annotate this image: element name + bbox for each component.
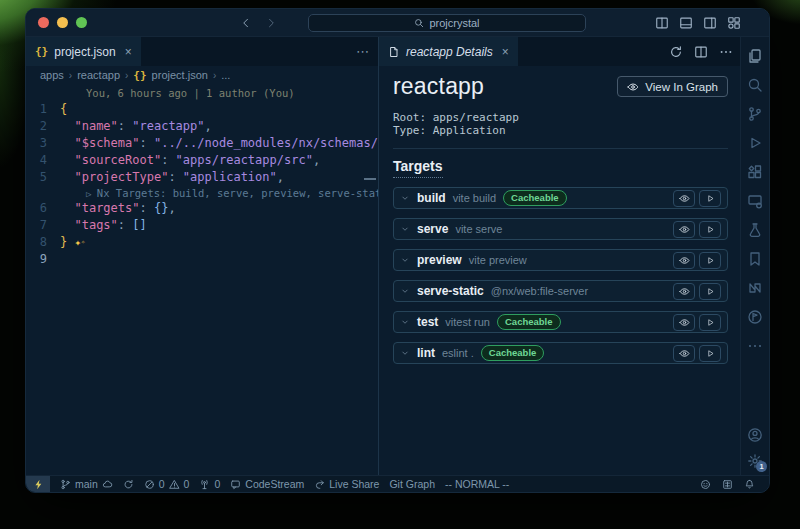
activity-run-debug[interactable] — [747, 135, 763, 151]
close-window-button[interactable] — [38, 17, 49, 28]
view-target-button[interactable] — [673, 252, 695, 269]
nx-codelens[interactable]: ▷ Nx Targets: build, serve, preview, ser… — [26, 186, 378, 200]
target-row-test[interactable]: testvitest runCacheable — [393, 311, 728, 333]
git-branch-status[interactable]: main — [60, 478, 113, 490]
target-command: eslint . — [442, 347, 474, 359]
code-line-2: 2 "name": "reactapp", — [26, 118, 378, 135]
run-target-button[interactable] — [699, 283, 721, 300]
view-target-button[interactable] — [673, 345, 695, 362]
view-target-button[interactable] — [673, 190, 695, 207]
activity-testing[interactable] — [747, 222, 763, 238]
ime-icon[interactable] — [722, 479, 733, 490]
cacheable-badge: Cacheable — [481, 345, 545, 361]
sync-icon — [123, 479, 134, 490]
tab-project-json[interactable]: {} project.json × — [26, 37, 141, 66]
testing-icon — [747, 222, 763, 238]
breadcrumb-item-reactapp[interactable]: reactapp — [77, 69, 120, 81]
activity-account[interactable] — [747, 427, 763, 443]
activity-files[interactable] — [747, 48, 763, 64]
activity-search[interactable] — [747, 77, 763, 93]
close-tab-icon[interactable]: × — [125, 45, 132, 59]
play-icon — [706, 225, 715, 234]
chevron-down-icon — [400, 193, 410, 203]
gitgraph-status[interactable]: Git Graph — [389, 478, 435, 490]
view-target-button[interactable] — [673, 314, 695, 331]
run-target-button[interactable] — [699, 221, 721, 238]
split-editor-icon[interactable] — [694, 45, 708, 59]
code-line-8: 8} ✦ — [26, 234, 378, 251]
status-bar: main 0 0 0 CodeStream Live Share Git Gra… — [26, 475, 769, 492]
activity-more[interactable] — [747, 338, 763, 354]
back-icon[interactable] — [240, 17, 252, 29]
desktop-background: { "titlebar": { "search_value": "projcry… — [0, 0, 800, 529]
target-row-serve-static[interactable]: serve-static@nx/web:file-server — [393, 280, 728, 302]
command-center-search[interactable]: projcrystal — [308, 14, 586, 32]
target-name: build — [417, 191, 446, 205]
target-row-lint[interactable]: linteslint .Cacheable — [393, 342, 728, 364]
code-editor[interactable]: You, 6 hours ago | 1 author (You)1{2 "na… — [26, 84, 378, 475]
close-tab-icon[interactable]: × — [502, 45, 509, 59]
search-value: projcrystal — [429, 17, 479, 29]
minimize-window-button[interactable] — [57, 17, 68, 28]
target-name: lint — [417, 346, 435, 360]
line-number: 2 — [26, 118, 60, 135]
remote-indicator[interactable] — [26, 476, 50, 492]
forward-icon[interactable] — [265, 17, 277, 29]
view-target-button[interactable] — [673, 221, 695, 238]
share-icon — [314, 479, 325, 490]
problems-status[interactable]: 0 0 — [144, 478, 190, 490]
eye-icon — [679, 255, 690, 266]
vim-mode-indicator: -- NORMAL -- — [445, 478, 509, 490]
target-row-serve[interactable]: servevite serve — [393, 218, 728, 240]
ports-status[interactable]: 0 — [199, 478, 220, 490]
play-icon — [706, 287, 715, 296]
targets-list: buildvite buildCacheableservevite servep… — [393, 187, 728, 364]
target-row-build[interactable]: buildvite buildCacheable — [393, 187, 728, 209]
bookmarks-icon — [747, 251, 763, 267]
run-target-button[interactable] — [699, 190, 721, 207]
customize-layout-icon[interactable] — [727, 16, 741, 30]
activity-nx-console[interactable] — [747, 280, 763, 296]
editor-group-right: reactapp Details × reactapp View — [378, 37, 740, 475]
activity-tour[interactable] — [747, 309, 763, 325]
notifications-bell-icon[interactable] — [744, 479, 755, 490]
chevron-right-icon: › — [69, 70, 72, 81]
liveshare-status[interactable]: Live Share — [314, 478, 379, 490]
activity-bookmarks[interactable] — [747, 251, 763, 267]
view-target-button[interactable] — [673, 283, 695, 300]
refresh-icon[interactable] — [669, 45, 683, 59]
target-name: serve — [417, 222, 448, 236]
title-bar: projcrystal — [26, 9, 769, 37]
branch-name: main — [75, 478, 98, 490]
codestream-status[interactable]: CodeStream — [230, 478, 304, 490]
toggle-panel-icon[interactable] — [679, 16, 693, 30]
tab-label: project.json — [54, 45, 115, 59]
activity-source-control[interactable] — [747, 106, 763, 122]
breadcrumb-item-apps[interactable]: apps — [40, 69, 64, 81]
activity-settings[interactable]: 1 — [747, 453, 763, 469]
breadcrumb-item-file[interactable]: project.json — [152, 69, 208, 81]
breadcrumb-item-symbol[interactable]: ... — [221, 69, 230, 81]
activity-remote-explorer[interactable] — [747, 193, 763, 209]
run-target-button[interactable] — [699, 252, 721, 269]
run-target-button[interactable] — [699, 345, 721, 362]
zoom-window-button[interactable] — [76, 17, 87, 28]
warning-count: 0 — [184, 478, 190, 490]
toggle-secondary-sidebar-icon[interactable] — [703, 16, 717, 30]
blame-codelens[interactable]: You, 6 hours ago | 1 author (You) — [26, 86, 378, 100]
target-row-preview[interactable]: previewvite preview — [393, 249, 728, 271]
feedback-smiley-icon[interactable] — [700, 479, 711, 490]
ports-count: 0 — [214, 478, 220, 490]
liveshare-label: Live Share — [329, 478, 379, 490]
tab-strip-more-icon[interactable]: ⋯ — [356, 37, 370, 66]
tab-reactapp-details[interactable]: reactapp Details × — [379, 37, 518, 66]
search-icon — [747, 77, 763, 93]
toggle-primary-sidebar-icon[interactable] — [655, 16, 669, 30]
more-actions-icon[interactable] — [719, 45, 733, 59]
view-in-graph-button[interactable]: View In Graph — [617, 76, 728, 97]
code-line-6: 6 "targets": {}, — [26, 200, 378, 217]
play-icon — [706, 318, 715, 327]
sync-status[interactable] — [123, 479, 134, 490]
activity-extensions[interactable] — [747, 164, 763, 180]
run-target-button[interactable] — [699, 314, 721, 331]
